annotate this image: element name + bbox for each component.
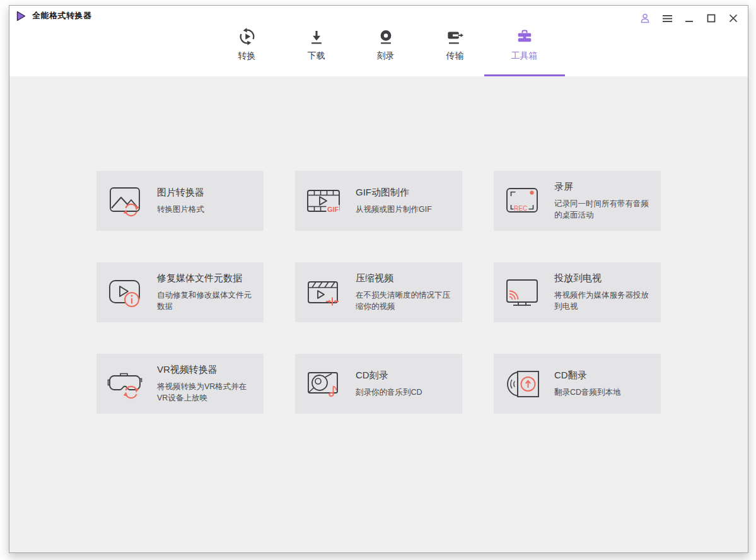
app-window: 全能格式转换器: [9, 5, 748, 553]
tab-burn[interactable]: 刻录: [356, 25, 416, 76]
card-desc: 转换图片格式: [157, 204, 257, 215]
card-text: GIF动图制作 从视频或图片制作GIF: [356, 187, 456, 215]
tab-toolbox[interactable]: 工具箱: [494, 25, 555, 76]
fix-metadata-icon: [106, 274, 144, 312]
gif-maker-icon: GIF: [305, 182, 342, 220]
tab-transfer[interactable]: 传输: [425, 25, 486, 76]
cast-to-tv-icon: [503, 274, 541, 312]
tab-label: 工具箱: [511, 50, 538, 62]
close-icon[interactable]: [726, 11, 740, 25]
card-desc: 自动修复和修改媒体文件元数据: [157, 290, 257, 312]
card-vr-converter[interactable]: VR视频转换器 将视频转换为VR格式并在VR设备上放映: [96, 354, 264, 414]
vr-converter-icon: [106, 365, 144, 403]
card-fix-metadata[interactable]: 修复媒体文件元数据 自动修复和修改媒体文件元数据: [96, 262, 264, 322]
card-image-converter[interactable]: 图片转换器 转换图片格式: [96, 171, 264, 231]
card-gif-maker[interactable]: GIF GIF动图制作 从视频或图片制作GIF: [295, 171, 462, 231]
tab-label: 刻录: [377, 50, 395, 62]
card-title: VR视频转换器: [157, 364, 257, 376]
card-title: GIF动图制作: [356, 187, 456, 199]
minimize-icon[interactable]: [682, 11, 696, 25]
convert-icon: [238, 25, 257, 46]
card-cd-burn[interactable]: CD刻录 刻录你的音乐到CD: [295, 354, 462, 414]
account-icon[interactable]: [638, 11, 652, 25]
tab-label: 下载: [308, 50, 325, 62]
card-cast-to-tv[interactable]: 投放到电视 将视频作为媒体服务器投放到电视: [494, 262, 661, 322]
card-text: 修复媒体文件元数据 自动修复和修改媒体文件元数据: [157, 272, 257, 312]
card-desc: 将视频转换为VR格式并在VR设备上放映: [157, 382, 257, 404]
image-converter-icon: [106, 182, 144, 220]
tab-label: 传输: [446, 50, 464, 62]
card-desc: 翻录CD音频到本地: [554, 387, 654, 398]
card-desc: 从视频或图片制作GIF: [356, 204, 456, 215]
card-title: CD刻录: [356, 370, 456, 382]
card-text: 录屏 记录同一时间所有带有音频的桌面活动: [554, 181, 654, 221]
window-controls: [638, 11, 740, 25]
svg-text:GIF: GIF: [327, 205, 339, 213]
burn-icon: [377, 25, 395, 46]
card-text: 投放到电视 将视频作为媒体服务器投放到电视: [554, 272, 654, 312]
card-title: 修复媒体文件元数据: [157, 272, 257, 284]
tab-download[interactable]: 下载: [286, 25, 347, 76]
maximize-icon[interactable]: [704, 11, 718, 25]
card-text: CD翻录 翻录CD音频到本地: [554, 370, 654, 398]
card-desc: 将视频作为媒体服务器投放到电视: [554, 290, 654, 312]
menu-icon[interactable]: [660, 11, 674, 25]
download-icon: [308, 25, 325, 46]
card-title: 压缩视频: [356, 272, 456, 284]
header: 全能格式转换器: [9, 6, 748, 76]
tab-label: 转换: [238, 50, 256, 62]
toolbox-grid: 图片转换器 转换图片格式 GIF: [96, 171, 661, 414]
tab-convert[interactable]: 转换: [217, 25, 277, 76]
card-desc: 记录同一时间所有带有音频的桌面活动: [554, 199, 654, 221]
card-text: 图片转换器 转换图片格式: [157, 187, 257, 215]
transfer-icon: [446, 25, 465, 46]
compress-video-icon: [305, 274, 342, 312]
card-desc: 在不损失清晰度的情况下压缩你的视频: [356, 290, 456, 312]
app-logo-play-icon: [16, 11, 26, 21]
card-title: 图片转换器: [157, 187, 257, 199]
card-title: 录屏: [554, 181, 654, 193]
card-title: CD翻录: [554, 370, 654, 382]
card-text: VR视频转换器 将视频转换为VR格式并在VR设备上放映: [157, 364, 257, 404]
card-text: CD刻录 刻录你的音乐到CD: [356, 370, 456, 398]
cd-burn-icon: [305, 365, 342, 403]
card-screen-record[interactable]: REC 录屏 记录同一时间所有带有音频的桌面活动: [494, 171, 661, 231]
app-title: 全能格式转换器: [32, 10, 92, 21]
main-nav: 转换 下载 刻录: [217, 25, 555, 76]
toolbox-icon: [515, 25, 534, 46]
titlebar: 全能格式转换器: [16, 10, 92, 21]
card-title: 投放到电视: [554, 272, 654, 284]
screen-record-icon: REC: [503, 182, 541, 220]
card-compress-video[interactable]: 压缩视频 在不损失清晰度的情况下压缩你的视频: [295, 262, 462, 322]
cd-rip-icon: [503, 365, 541, 403]
card-desc: 刻录你的音乐到CD: [356, 387, 456, 398]
svg-text:REC: REC: [514, 204, 527, 211]
card-text: 压缩视频 在不损失清晰度的情况下压缩你的视频: [356, 272, 456, 312]
card-cd-rip[interactable]: CD翻录 翻录CD音频到本地: [494, 354, 661, 414]
